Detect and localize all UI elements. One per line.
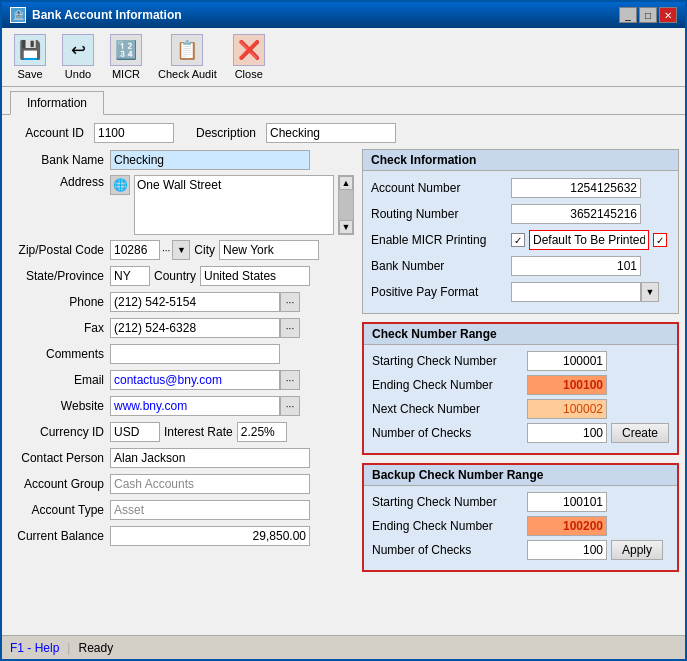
- currency-id-input[interactable]: [110, 422, 160, 442]
- backup-num-checks-label: Number of Checks: [372, 543, 527, 557]
- city-input[interactable]: [219, 240, 319, 260]
- window-icon: 🏦: [10, 7, 26, 23]
- contact-person-input[interactable]: [110, 448, 310, 468]
- create-button[interactable]: Create: [611, 423, 669, 443]
- form-section: Bank Name Address 🌐 One Wall Street ▲: [10, 149, 677, 580]
- check-info-content: Account Number Routing Number Enable MIC…: [363, 171, 678, 313]
- starting-check-label: Starting Check Number: [372, 354, 527, 368]
- save-button[interactable]: 💾 Save: [10, 32, 50, 82]
- contact-person-row: Contact Person: [10, 447, 354, 469]
- fax-dots-button[interactable]: ···: [280, 318, 300, 338]
- micr-printing-label: Enable MICR Printing: [371, 233, 511, 247]
- phone-input[interactable]: [110, 292, 280, 312]
- comments-input[interactable]: [110, 344, 280, 364]
- website-row: Website ···: [10, 395, 354, 417]
- zip-label: Zip/Postal Code: [10, 243, 110, 257]
- close-button[interactable]: ❌ Close: [229, 32, 269, 82]
- backup-range-content: Starting Check Number Ending Check Numbe…: [364, 486, 677, 570]
- phone-label: Phone: [10, 295, 110, 309]
- window-title: Bank Account Information: [32, 8, 182, 22]
- undo-label: Undo: [65, 68, 91, 80]
- backup-check-range-section: Backup Check Number Range Starting Check…: [362, 463, 679, 572]
- backup-ending-check-label: Ending Check Number: [372, 519, 527, 533]
- country-input[interactable]: [200, 266, 310, 286]
- backup-num-checks-input[interactable]: [527, 540, 607, 560]
- account-group-label: Account Group: [10, 477, 110, 491]
- address-text: One Wall Street: [137, 178, 221, 192]
- website-dots-button[interactable]: ···: [280, 396, 300, 416]
- pos-pay-dropdown-btn[interactable]: ▼: [641, 282, 659, 302]
- country-label: Country: [150, 269, 200, 283]
- micr-icon: 🔢: [110, 34, 142, 66]
- state-input[interactable]: [110, 266, 150, 286]
- save-icon: 💾: [14, 34, 46, 66]
- num-checks-input[interactable]: [527, 423, 607, 443]
- account-number-label: Account Number: [371, 181, 511, 195]
- description-section: Description: [182, 123, 396, 143]
- undo-button[interactable]: ↩ Undo: [58, 32, 98, 82]
- ending-check-row: Ending Check Number: [372, 375, 669, 395]
- zip-input[interactable]: [110, 240, 160, 260]
- close-label: Close: [235, 68, 263, 80]
- contact-person-label: Contact Person: [10, 451, 110, 465]
- next-check-row: Next Check Number: [372, 399, 669, 419]
- backup-starting-check-input[interactable]: [527, 492, 607, 512]
- zip-dropdown[interactable]: ▼: [172, 240, 190, 260]
- email-dots-button[interactable]: ···: [280, 370, 300, 390]
- email-input[interactable]: [110, 370, 280, 390]
- address-scrollbar[interactable]: ▲ ▼: [338, 175, 354, 235]
- micr-printing-row: Enable MICR Printing ✓ ✓: [371, 229, 670, 251]
- ending-check-input[interactable]: [527, 375, 607, 395]
- right-panel: Check Information Account Number Routing…: [362, 149, 679, 580]
- account-id-row: Account ID Description: [10, 123, 677, 143]
- current-balance-input[interactable]: [110, 526, 310, 546]
- main-window: 🏦 Bank Account Information _ □ ✕ 💾 Save …: [0, 0, 687, 661]
- account-group-input[interactable]: [110, 474, 310, 494]
- audit-icon: 📋: [171, 34, 203, 66]
- micr-row: ✓ ✓: [511, 230, 667, 250]
- interest-rate-input[interactable]: [237, 422, 287, 442]
- routing-number-input[interactable]: [511, 204, 641, 224]
- check-number-range-section: Check Number Range Starting Check Number…: [362, 322, 679, 455]
- undo-icon: ↩: [62, 34, 94, 66]
- toolbar: 💾 Save ↩ Undo 🔢 MICR 📋 Check Audit ❌ Clo…: [2, 28, 685, 87]
- scroll-up-arrow[interactable]: ▲: [339, 176, 353, 190]
- description-input[interactable]: [266, 123, 396, 143]
- account-number-input[interactable]: [511, 178, 641, 198]
- check-range-content: Starting Check Number Ending Check Numbe…: [364, 345, 677, 453]
- backup-ending-check-input[interactable]: [527, 516, 607, 536]
- pos-pay-wrapper: ▼: [511, 282, 659, 302]
- save-label: Save: [17, 68, 42, 80]
- default-printed-checkbox[interactable]: ✓: [653, 233, 667, 247]
- account-id-input[interactable]: [94, 123, 174, 143]
- bank-number-input[interactable]: [511, 256, 641, 276]
- state-label: State/Province: [10, 269, 110, 283]
- help-link[interactable]: F1 - Help: [10, 641, 59, 655]
- scroll-down-arrow[interactable]: ▼: [339, 220, 353, 234]
- check-audit-button[interactable]: 📋 Check Audit: [154, 32, 221, 82]
- minimize-button[interactable]: _: [619, 7, 637, 23]
- tab-information[interactable]: Information: [10, 91, 104, 115]
- main-content: Account ID Description Bank Name Address: [2, 115, 685, 635]
- next-check-input[interactable]: [527, 399, 607, 419]
- fax-input[interactable]: [110, 318, 280, 338]
- globe-button[interactable]: 🌐: [110, 175, 130, 195]
- pos-pay-input[interactable]: [511, 282, 641, 302]
- maximize-button[interactable]: □: [639, 7, 657, 23]
- website-input[interactable]: [110, 396, 280, 416]
- phone-dots-button[interactable]: ···: [280, 292, 300, 312]
- status-bar: F1 - Help | Ready: [2, 635, 685, 659]
- starting-check-input[interactable]: [527, 351, 607, 371]
- close-window-button[interactable]: ✕: [659, 7, 677, 23]
- account-type-label: Account Type: [10, 503, 110, 517]
- apply-button[interactable]: Apply: [611, 540, 663, 560]
- title-bar: 🏦 Bank Account Information _ □ ✕: [2, 2, 685, 28]
- micr-button[interactable]: 🔢 MICR: [106, 32, 146, 82]
- left-panel: Bank Name Address 🌐 One Wall Street ▲: [10, 149, 354, 580]
- micr-checkbox[interactable]: ✓: [511, 233, 525, 247]
- account-id-label: Account ID: [10, 126, 90, 140]
- bank-name-input[interactable]: [110, 150, 310, 170]
- account-type-input[interactable]: [110, 500, 310, 520]
- state-country-row: State/Province Country: [10, 265, 354, 287]
- default-printed-input[interactable]: [529, 230, 649, 250]
